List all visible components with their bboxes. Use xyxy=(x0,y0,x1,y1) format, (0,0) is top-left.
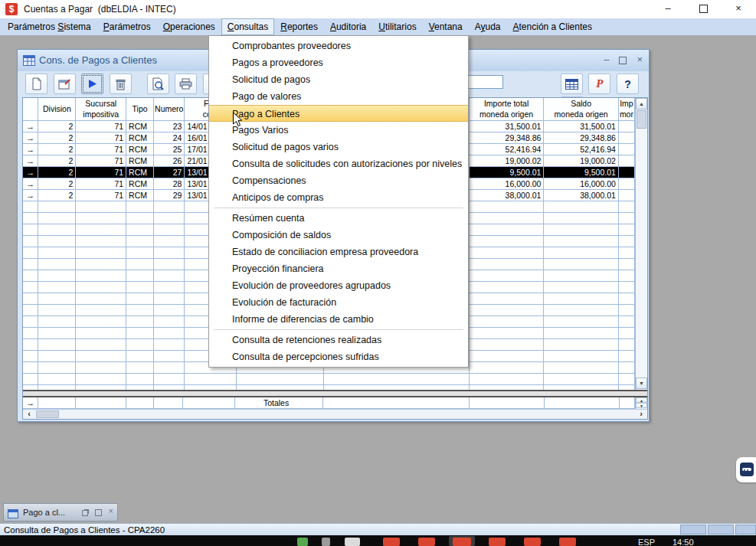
grid-cell[interactable] xyxy=(618,167,634,178)
row-selector-arrow[interactable]: → xyxy=(23,178,38,190)
taskbar-icon[interactable] xyxy=(524,538,541,546)
vertical-scroll-thumb[interactable] xyxy=(637,110,646,129)
column-header-blank[interactable] xyxy=(23,98,38,121)
grid-cell[interactable] xyxy=(23,247,38,259)
grid-cell[interactable] xyxy=(38,247,76,259)
horizontal-scroll-thumb[interactable] xyxy=(36,410,59,418)
grid-cell[interactable] xyxy=(126,201,154,213)
menu-item-informe-de-diferencias-de-cambio[interactable]: Informe de diferencias de cambio xyxy=(209,311,468,328)
grid-cell[interactable] xyxy=(469,213,544,224)
grid-cell[interactable] xyxy=(23,201,38,213)
grid-cell[interactable]: 71 xyxy=(76,178,126,190)
grid-cell[interactable] xyxy=(544,339,619,351)
grid-cell[interactable]: RCM xyxy=(126,121,154,132)
grid-cell[interactable] xyxy=(23,282,38,293)
grid-cell[interactable] xyxy=(38,328,76,339)
row-selector-arrow[interactable]: → xyxy=(23,167,38,178)
taskbar-icon[interactable] xyxy=(559,538,576,546)
grid-cell[interactable] xyxy=(76,247,126,259)
child-minimize-button[interactable]: – xyxy=(604,53,609,68)
grid-cell[interactable] xyxy=(154,293,185,305)
column-header-tipo[interactable]: Tipo xyxy=(126,98,154,121)
grid-cell[interactable]: 71 xyxy=(76,190,126,201)
grid-cell[interactable] xyxy=(38,282,76,293)
grid-cell[interactable]: 2 xyxy=(38,155,76,167)
grid-cell[interactable]: 2 xyxy=(38,121,76,132)
taskbar-icon[interactable] xyxy=(297,538,308,546)
grid-cell[interactable] xyxy=(38,270,76,282)
grid-cell[interactable] xyxy=(618,339,634,351)
grid-cell[interactable]: 31,500.01 xyxy=(544,121,619,132)
grid-cell[interactable]: 24 xyxy=(154,132,185,144)
grid-cell[interactable] xyxy=(154,259,185,270)
grid-cell[interactable] xyxy=(76,339,126,351)
grid-cell[interactable] xyxy=(23,224,38,236)
grid-cell[interactable] xyxy=(154,224,185,236)
taskbar-icon[interactable] xyxy=(322,538,330,546)
grid-cell[interactable] xyxy=(618,362,634,374)
grid-cell[interactable] xyxy=(469,282,544,293)
grid-cell[interactable] xyxy=(126,328,154,339)
grid-cell[interactable] xyxy=(544,293,619,305)
menu-item-solicitud-de-pagos[interactable]: Solicitud de pagos xyxy=(209,71,468,88)
window-maximize-button[interactable] xyxy=(686,0,721,18)
grid-cell[interactable] xyxy=(38,224,76,236)
grid-cell[interactable] xyxy=(76,362,126,374)
grid-cell[interactable] xyxy=(154,236,185,247)
grid-cell[interactable] xyxy=(154,374,185,385)
vertical-scrollbar[interactable]: ▲ ▼ xyxy=(635,98,647,390)
grid-cell[interactable] xyxy=(544,362,619,374)
grid-cell[interactable] xyxy=(544,282,619,293)
grid-cell[interactable] xyxy=(76,224,126,236)
grid-cell[interactable]: 2 xyxy=(38,167,76,178)
grid-cell[interactable]: 16,000.00 xyxy=(544,178,619,190)
grid-cell[interactable]: 71 xyxy=(76,121,126,132)
grid-cell[interactable] xyxy=(38,293,76,305)
grid-cell[interactable] xyxy=(618,247,634,259)
grid-cell[interactable] xyxy=(126,339,154,351)
grid-cell[interactable] xyxy=(469,374,544,385)
grid-cell[interactable] xyxy=(544,270,619,282)
grid-cell[interactable]: 28 xyxy=(154,178,185,190)
grid-cell[interactable] xyxy=(185,374,237,385)
print-button[interactable] xyxy=(175,74,197,94)
grid-cell[interactable] xyxy=(618,236,634,247)
grid-cell[interactable] xyxy=(544,305,619,316)
horizontal-scrollbar[interactable]: ‹ › xyxy=(23,409,647,419)
grid-cell[interactable] xyxy=(544,224,619,236)
grid-cell[interactable] xyxy=(154,351,185,362)
grid-cell[interactable]: 38,000.01 xyxy=(544,190,619,201)
menu-item-consulta-de-percepciones-sufridas[interactable]: Consulta de percepciones sufridas xyxy=(209,348,468,365)
menubar-item-consultas[interactable]: Consultas xyxy=(221,18,274,35)
grid-cell[interactable] xyxy=(544,316,619,328)
grid-cell[interactable]: 26 xyxy=(154,155,185,167)
scroll-right-button[interactable]: › xyxy=(635,410,647,419)
grid-cell[interactable] xyxy=(469,236,544,247)
column-header-importe-total-moneda-origen[interactable]: Importe total moneda origen xyxy=(469,98,544,121)
grid-cell[interactable] xyxy=(618,155,634,167)
grid-cell[interactable] xyxy=(23,339,38,351)
grid-cell[interactable] xyxy=(544,374,619,385)
grid-cell[interactable] xyxy=(323,374,469,385)
row-selector-arrow[interactable]: → xyxy=(23,144,38,155)
grid-cell[interactable] xyxy=(154,213,185,224)
grid-cell[interactable] xyxy=(469,293,544,305)
grid-cell[interactable]: RCM xyxy=(126,178,154,190)
grid-cell[interactable]: 71 xyxy=(76,132,126,144)
menubar-item-utilitarios[interactable]: Utilitarios xyxy=(372,18,422,35)
grid-cell[interactable] xyxy=(544,328,619,339)
menu-item-proyeccion-financiera[interactable]: Proyección financiera xyxy=(209,260,468,277)
taskbar-language[interactable]: ESP xyxy=(638,538,655,546)
grid-cell[interactable] xyxy=(154,270,185,282)
grid-cell[interactable] xyxy=(618,201,634,213)
menu-item-estado-de-conciliacion-empresa-proveedora[interactable]: Estado de conciliacion empresa proveedor… xyxy=(209,244,468,260)
mini-maximize-button[interactable] xyxy=(95,506,102,518)
grid-cell[interactable] xyxy=(76,374,126,385)
taskbar-clock[interactable]: 14:50 xyxy=(673,538,694,546)
grid-cell[interactable] xyxy=(469,339,544,351)
grid-cell[interactable] xyxy=(23,316,38,328)
grid-cell[interactable] xyxy=(23,270,38,282)
scroll-down-button[interactable]: ▼ xyxy=(636,378,647,389)
grid-cell[interactable]: 31,500.01 xyxy=(469,121,544,132)
grid-cell[interactable] xyxy=(38,259,76,270)
